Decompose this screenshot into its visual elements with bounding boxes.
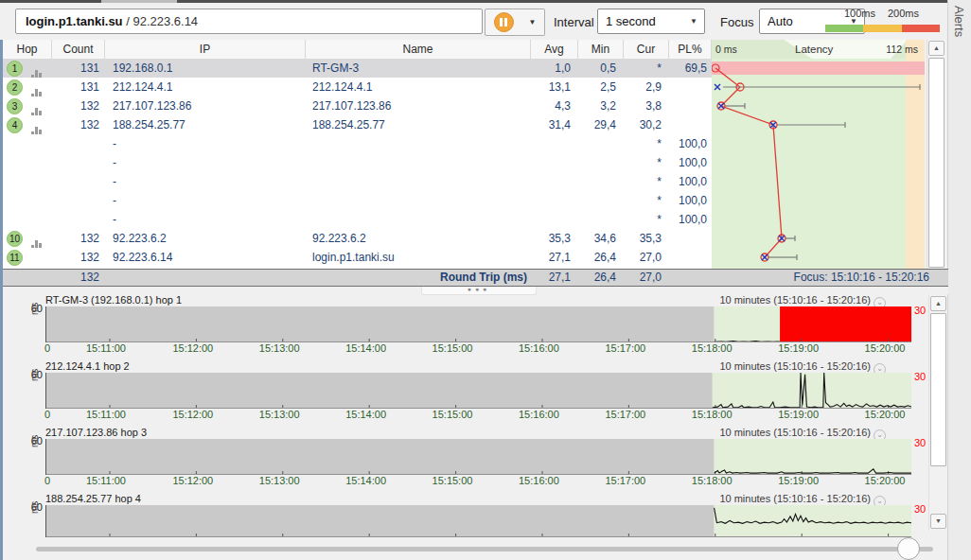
cur-cell: 27,0 [624, 248, 669, 267]
bar-chart-icon[interactable] [31, 79, 43, 96]
table-row[interactable]: 1131192.168.0.1RT-GM-31,00,5*69,5 [3, 59, 712, 78]
name-cell: 92.223.6.2 [306, 229, 531, 248]
interval-select[interactable]: 1 second ▼ [597, 9, 705, 34]
pause-dropdown-button[interactable]: ▼ [521, 9, 545, 36]
timeline-title: 217.107.123.86 hop 3 [45, 427, 147, 438]
min-cell [578, 134, 624, 153]
bar-chart-icon[interactable] [31, 60, 43, 78]
table-row[interactable]: 2131212.124.4.1212.124.4.113,12,52,9 [3, 78, 712, 96]
timeline-hscroll-thumb[interactable] [897, 537, 920, 560]
pause-button[interactable] [485, 9, 522, 36]
cur-cell: * [624, 191, 669, 210]
x-tick-label: 15:18:00 [692, 342, 733, 354]
x-tick-label: 15:19:00 [778, 409, 819, 420]
x-tick-label: 15:19:00 [778, 342, 819, 354]
timeline-hscroll-track[interactable] [36, 547, 933, 551]
legend-segment-0 [825, 25, 863, 32]
scroll-up-button[interactable]: ▲ [930, 296, 946, 311]
count-cell [52, 153, 105, 172]
target-address-box[interactable]: login.p1.tanki.su / 92.223.6.14 [15, 9, 483, 34]
hop-cell [3, 153, 52, 172]
bar-chart-icon[interactable] [31, 97, 43, 115]
table-scrollbar[interactable]: ▲ ▼ [927, 40, 946, 286]
table-row[interactable]: 4132188.254.25.77188.254.25.7731,429,430… [3, 115, 712, 134]
timeline-title: RT-GM-3 (192.168.0.1) hop 1 [45, 294, 182, 306]
x-tick-label: 15:18:00 [692, 409, 733, 420]
focus-range-label: Focus: 15:10:16 - 15:20:16 [794, 270, 929, 286]
column-header-ip[interactable]: IP [105, 40, 306, 59]
summary-ip-cell [105, 270, 306, 286]
count-cell [52, 172, 105, 191]
column-header-name[interactable]: Name [306, 40, 531, 59]
hop-number-badge: 4 [7, 117, 23, 133]
timeline-plot[interactable] [45, 306, 911, 342]
pingplotter-window: login.p1.tanki.su / 92.223.6.14 ▼ Interv… [0, 0, 971, 560]
table-row[interactable]: -*100,0 [3, 134, 712, 153]
panel-splitter[interactable]: ●●● [3, 287, 948, 294]
column-header-avg[interactable]: Avg [531, 40, 578, 59]
x-tick-label: 15:13:00 [259, 409, 300, 420]
avg-cell [531, 153, 578, 172]
count-cell: 132 [52, 96, 105, 115]
pl-cell [669, 78, 712, 96]
timeline-plot[interactable] [45, 439, 911, 475]
no-data-region [46, 505, 715, 537]
legend-segment-2 [902, 25, 940, 32]
x-axis-labels: 015:11:0015:12:0015:13:0015:14:0015:15:0… [3, 475, 911, 487]
scroll-up-button[interactable]: ▲ [928, 41, 945, 56]
latency-column-header: 0 ms Latency 112 ms [712, 40, 925, 59]
column-header-hop[interactable]: Hop [3, 40, 52, 59]
column-header-min[interactable]: Min [578, 40, 624, 59]
name-cell [306, 153, 531, 172]
table-row[interactable]: 3132217.107.123.86217.107.123.864,33,23,… [3, 96, 712, 115]
bar-chart-icon[interactable] [31, 116, 43, 134]
packet-loss-bar [712, 61, 925, 75]
cur-cell: * [624, 59, 669, 78]
column-header-pl[interactable]: PL% [669, 40, 712, 59]
name-cell: 212.124.4.1 [306, 78, 531, 96]
table-row[interactable]: -*100,0 [3, 172, 712, 191]
origin-label: 0 [44, 475, 50, 486]
scroll-thumb[interactable] [930, 313, 946, 466]
bar-chart-icon[interactable] [31, 230, 43, 248]
chevron-down-icon: ▼ [529, 18, 537, 26]
count-cell: 132 [52, 115, 105, 134]
avg-cell: 1,0 [531, 59, 578, 78]
pl-cell: 100,0 [669, 191, 712, 210]
timeline-graph-hop-1: RT-GM-3 (192.168.0.1) hop 110 minutes (1… [3, 294, 948, 360]
table-row[interactable]: -*100,0 [3, 153, 712, 172]
table-row[interactable]: 1013292.223.6.292.223.6.235,334,635,3 [3, 229, 712, 248]
trace-table-body: 1131192.168.0.1RT-GM-31,00,5*69,52131212… [3, 59, 712, 269]
column-header-count[interactable]: Count [52, 40, 105, 59]
table-row[interactable]: -*100,0 [3, 210, 712, 229]
timeline-plot[interactable] [45, 505, 911, 537]
legend-100ms-label: 100ms [844, 8, 875, 19]
column-header-cur[interactable]: Cur [624, 40, 669, 59]
pl-cell [669, 229, 712, 248]
hop-number-badge: 3 [7, 98, 23, 114]
alerts-tab-label: Alerts [952, 6, 966, 37]
ip-cell: - [105, 134, 306, 153]
alerts-panel-tab[interactable]: Alerts [947, 0, 971, 560]
avg-cell [531, 172, 578, 191]
table-row[interactable]: 1113292.223.6.14login.p1.tanki.su27,126,… [3, 248, 712, 267]
x-tick-label: 15:13:00 [259, 475, 300, 486]
min-cell [578, 172, 624, 191]
scroll-thumb[interactable] [928, 58, 945, 268]
scroll-down-button[interactable]: ▼ [930, 514, 946, 529]
timeline-scrollbar[interactable]: ▲ ▼ [928, 294, 947, 531]
summary-count-cell: 132 [52, 270, 105, 286]
cur-cell: * [624, 210, 669, 229]
table-row[interactable]: -*100,0 [3, 191, 712, 210]
x-tick-label: 15:12:00 [172, 475, 213, 486]
timeline-plot[interactable] [45, 373, 911, 409]
latency-scale-min: 0 ms [715, 40, 737, 59]
timeline-graph-hop-3: 217.107.123.86 hop 310 minutes (15:10:16… [3, 427, 948, 493]
chevron-down-icon: ▼ [690, 9, 697, 33]
x-tick-label: 15:14:00 [345, 475, 386, 486]
ip-cell: 188.254.25.77 [105, 115, 306, 134]
pl-cell: 100,0 [669, 134, 712, 153]
origin-label: 0 [44, 409, 50, 420]
ip-cell: 217.107.123.86 [105, 96, 306, 115]
ip-cell: - [105, 191, 306, 210]
